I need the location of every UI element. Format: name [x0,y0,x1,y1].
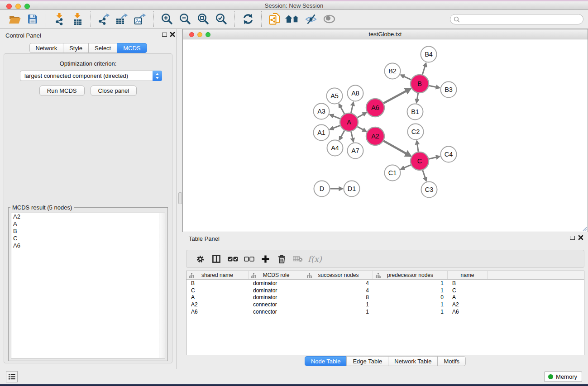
graph-edge-A2-C[interactable] [383,141,411,156]
network-window-titlebar[interactable]: testGlobe.txt [183,29,588,39]
table-row[interactable]: Cdominator41C [186,287,584,294]
float-panel-icon[interactable] [162,33,167,37]
table-cell[interactable]: 0 [373,294,448,301]
table-cell[interactable]: C [186,287,249,294]
search-input[interactable] [462,15,583,24]
graph-edge-C-C4[interactable] [429,157,440,159]
table-cell[interactable]: 1 [373,308,448,315]
table-cell[interactable]: A2 [186,301,249,308]
delete-columns-button[interactable] [273,252,290,266]
graph-edge-A-A6[interactable] [357,113,366,118]
minimize-window-button[interactable] [15,4,21,9]
table-cell[interactable]: dominator [249,280,304,287]
import-network-button[interactable] [52,11,67,27]
mcds-result-item[interactable]: A6 [11,242,165,249]
mcds-result-list[interactable]: A2ABCA6 [11,213,165,358]
criterion-dropdown[interactable]: largest connected component (directed) [20,71,162,81]
table-row[interactable]: Adominator80A [186,294,584,301]
graph-node-A5[interactable]: A5 [327,88,343,104]
graph-edge-B-B1[interactable] [416,93,418,103]
unselect-all-columns-button[interactable] [241,252,257,266]
table-cell[interactable]: A2 [448,301,488,308]
graph-node-C[interactable]: C [411,152,429,170]
tab-select[interactable]: Select [88,43,117,53]
copy-style-button[interactable] [267,11,282,27]
graph-edge-C-C1[interactable] [401,165,411,169]
hide-selected-button[interactable] [303,11,319,27]
export-network-button[interactable] [96,11,112,27]
graph-node-A[interactable]: A [340,113,358,131]
table-cell[interactable]: 1 [304,301,373,308]
table-cell[interactable]: 1 [373,301,448,308]
zoom-fit-button[interactable] [196,11,211,27]
zoom-in-button[interactable] [159,11,175,27]
table-cell[interactable]: B [448,280,488,287]
table-cell[interactable]: A [448,294,488,301]
export-image-button[interactable] [133,11,148,27]
memory-button[interactable]: Memory [544,372,582,382]
graph-edge-A-A3[interactable] [330,115,340,119]
graph-node-C2[interactable]: C2 [408,124,424,140]
open-session-button[interactable] [7,11,22,27]
graph-edge-A-A7[interactable] [351,131,354,141]
graph-edge-A6-B[interactable] [383,89,410,103]
search-box[interactable] [450,14,583,24]
refresh-button[interactable] [240,11,256,27]
graph-edge-C-C2[interactable] [417,141,418,152]
table-cell[interactable]: 8 [304,294,373,301]
show-selected-button[interactable] [321,11,337,27]
graph-edge-A-A1[interactable] [330,125,340,129]
select-all-columns-button[interactable] [225,252,241,266]
maximize-window-button[interactable] [24,4,30,9]
table-cell[interactable]: connector [249,301,304,308]
graph-node-B[interactable]: B [411,75,429,93]
table-row[interactable]: A6connector11A6 [186,308,584,315]
column-header[interactable]: successor nodes [304,271,373,279]
table-cell[interactable]: 4 [304,287,373,294]
create-column-button[interactable] [257,252,273,266]
graph-node-A3[interactable]: A3 [314,104,330,119]
table-options-button[interactable] [192,252,208,266]
table-cell[interactable]: connector [249,308,304,315]
table-cell[interactable]: A6 [448,308,488,315]
graph-node-A4[interactable]: A4 [327,140,343,156]
close-panel-button[interactable]: Close panel [91,86,137,96]
apply-function-button[interactable]: f(x) [308,254,322,264]
graph-node-B3[interactable]: B3 [441,82,457,98]
table-cell[interactable]: dominator [249,287,304,294]
graph-node-A1[interactable]: A1 [314,125,330,141]
column-header[interactable]: shared name [186,271,249,279]
tab-network-table[interactable]: Network Table [388,356,438,366]
tab-network[interactable]: Network [29,43,63,53]
mcds-result-item[interactable]: A [11,220,165,228]
graph-node-B1[interactable]: B1 [407,104,423,120]
mcds-result-item[interactable]: C [11,235,165,242]
graph-edge-A-A4[interactable] [339,130,344,140]
table-cell[interactable]: C [448,287,488,294]
table-cell[interactable]: 1 [373,287,448,294]
import-table-button[interactable] [70,11,85,27]
tab-mcds[interactable]: MCDS [117,43,147,53]
network-maximize-button[interactable] [206,32,210,37]
table-cell[interactable]: 4 [304,280,373,287]
graph-node-C3[interactable]: C3 [421,182,437,198]
task-history-button[interactable] [6,371,18,382]
tab-motifs[interactable]: Motifs [437,356,466,366]
close-panel-icon[interactable] [170,32,175,37]
graph-node-B2[interactable]: B2 [385,63,401,79]
close-window-button[interactable] [6,4,12,9]
result-scrollbar[interactable] [159,213,165,358]
table-cell[interactable]: A [186,294,249,301]
network-graph[interactable]: AA1A2A3A4A5A6A7A8BB1B2B3B4CC1C2C3C4DD1 [183,39,588,232]
zoom-out-button[interactable] [177,11,193,27]
graph-node-D1[interactable]: D1 [344,181,360,197]
table-row[interactable]: A2connector11A2 [186,301,584,308]
graph-node-A6[interactable]: A6 [366,99,384,117]
zoom-selected-button[interactable] [214,11,229,27]
graph-node-A7[interactable]: A7 [348,143,363,159]
panel-splitter-handle[interactable] [178,192,182,204]
graph-edge-A-A5[interactable] [339,104,344,114]
export-table-button[interactable] [115,11,130,27]
network-minimize-button[interactable] [197,32,202,37]
table-cell[interactable]: dominator [249,294,304,301]
